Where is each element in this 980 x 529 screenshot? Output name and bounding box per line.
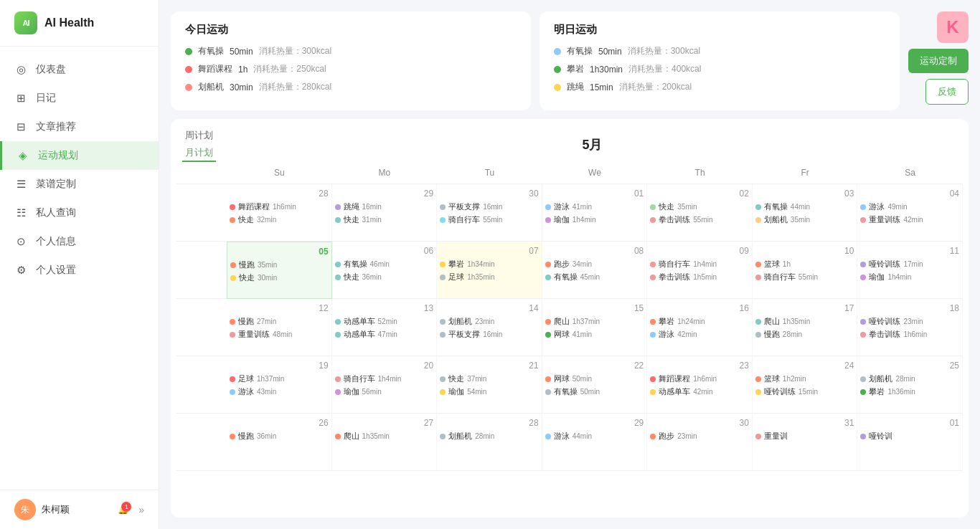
cell-23[interactable]: 23 舞蹈课程1h6min 动感单车42min	[647, 356, 753, 414]
tomorrow-calories-1: 消耗热量：300kcal	[628, 45, 700, 57]
sidebar-item-dashboard[interactable]: ◎ 仪表盘	[0, 55, 159, 84]
cell-12[interactable]: 12 慢跑27min 重量训练48min	[227, 299, 332, 356]
date-15: 15	[545, 303, 644, 313]
date-31: 31	[755, 418, 854, 428]
date-28: 28	[230, 189, 329, 199]
cell-06[interactable]: 06 有氧操46min 快走36min	[332, 242, 438, 299]
dot-25-2	[860, 389, 866, 395]
cell-22[interactable]: 22 网球50min 有氧操50min	[542, 356, 648, 414]
workout-01a-2: 瑜伽1h4min	[545, 214, 644, 225]
today-dot-3	[185, 84, 192, 91]
dot-04-1	[860, 204, 866, 210]
calendar-body[interactable]: Su Mo Tu We Th Fr Sa 28 舞蹈课程1h6min 快走32m…	[171, 162, 969, 518]
dot-21-1	[440, 376, 446, 382]
dot-29-2	[335, 217, 341, 223]
dot-02-2	[650, 217, 656, 223]
sidebar-item-query[interactable]: ☷ 私人查询	[0, 199, 159, 227]
workout-06-2: 快走36min	[335, 272, 434, 282]
cell-03[interactable]: 03 有氧操44min 划船机35min	[753, 184, 858, 242]
cell-30[interactable]: 30 平板支撑16min 骑自行车55min	[437, 184, 542, 242]
dot-28-2	[230, 217, 235, 223]
cell-05[interactable]: 05 慢跑35min 快走30min	[227, 242, 332, 299]
cell-08[interactable]: 08 跑步34min 有氧操45min	[542, 242, 648, 299]
cell-31[interactable]: 31 重量训	[753, 414, 858, 471]
date-24: 24	[755, 361, 854, 371]
date-14: 14	[440, 303, 539, 313]
cell-29b[interactable]: 29 游泳44min	[542, 414, 648, 471]
dot-30-2	[440, 217, 446, 223]
workout-05-1: 慢跑35min	[230, 259, 329, 270]
cell-24[interactable]: 24 篮球1h2min 哑铃训练15min	[753, 356, 858, 414]
cell-28b[interactable]: 28 划船机28min	[437, 414, 542, 471]
cell-01a[interactable]: 01 游泳41min 瑜伽1h4min	[542, 184, 648, 242]
calendar-section: 周计划 月计划 5月 Su Mo Tu We Th Fr Sa 28 舞蹈课程	[171, 119, 969, 518]
sidebar-item-settings[interactable]: ⚙ 个人设置	[0, 256, 159, 285]
cell-01b[interactable]: 01 哑铃训	[857, 414, 963, 471]
dot-24-1	[755, 376, 761, 382]
cell-29[interactable]: 29 跳绳16min 快走31min	[332, 184, 438, 242]
dot-18-1	[860, 319, 866, 325]
dot-07-1	[440, 262, 446, 267]
cell-25[interactable]: 25 划船机28min 攀岩1h36min	[857, 356, 963, 414]
main-content: 今日运动 有氧操 50min 消耗热量：300kcal 舞蹈课程 1h 消耗热量…	[159, 0, 980, 529]
workout-24-1: 篮球1h2min	[755, 373, 854, 384]
workout-09-1: 骑自行车1h4min	[650, 259, 749, 270]
cell-30b[interactable]: 30 跑步23min	[647, 414, 753, 471]
cell-20[interactable]: 20 骑自行车1h4min 瑜伽56min	[332, 356, 438, 414]
cell-15[interactable]: 15 爬山1h37min 网球41min	[542, 299, 648, 356]
workout-07-1: 攀岩1h34min	[440, 259, 539, 270]
workout-24-2: 哑铃训练15min	[755, 386, 854, 397]
feedback-button[interactable]: 反馈	[925, 79, 969, 105]
today-name-1: 有氧操	[198, 45, 224, 57]
sidebar-item-diary[interactable]: ⊞ 日记	[0, 84, 159, 113]
tomorrow-dot-3	[554, 84, 561, 91]
cell-07[interactable]: 07 攀岩1h34min 足球1h35min	[437, 242, 542, 299]
dot-28-1	[230, 204, 235, 210]
cell-26[interactable]: 26 慢跑36min	[227, 414, 332, 471]
date-09: 09	[650, 246, 749, 256]
date-05: 05	[230, 247, 329, 257]
workout-15-2: 网球41min	[545, 329, 644, 340]
tomorrow-duration-2: 1h30min	[590, 65, 623, 75]
today-duration-3: 30min	[230, 82, 253, 92]
sidebar-item-exercise[interactable]: ◈ 运动规划	[0, 141, 159, 170]
dot-06-1	[335, 262, 341, 267]
cell-21[interactable]: 21 快走37min 瑜伽54min	[437, 356, 542, 414]
cell-18[interactable]: 18 哑铃训练23min 拳击训练1h6min	[857, 299, 963, 356]
cell-11[interactable]: 11 哑铃训练17min 瑜伽1h4min	[857, 242, 963, 299]
workout-28-1: 舞蹈课程1h6min	[230, 201, 329, 212]
dot-22-1	[545, 376, 551, 382]
tomorrow-item-2: 攀岩 1h30min 消耗热量：400kcal	[554, 63, 885, 75]
workout-09-2: 拳击训练1h5min	[650, 272, 749, 282]
cell-19[interactable]: 19 足球1h37min 游泳43min	[227, 356, 332, 414]
cell-02[interactable]: 02 快走35min 拳击训练55min	[647, 184, 753, 242]
date-29: 29	[335, 189, 434, 199]
cell-09[interactable]: 09 骑自行车1h4min 拳击训练1h5min	[647, 242, 753, 299]
tomorrow-name-1: 有氧操	[567, 45, 593, 57]
cell-27[interactable]: 27 爬山1h35min	[332, 414, 438, 471]
cell-28[interactable]: 28 舞蹈课程1h6min 快走32min	[227, 184, 332, 242]
notification-button[interactable]: 🔔 1	[118, 505, 128, 515]
sidebar-item-profile[interactable]: ⊙ 个人信息	[0, 227, 159, 256]
top-row: 今日运动 有氧操 50min 消耗热量：300kcal 舞蹈课程 1h 消耗热量…	[171, 11, 969, 110]
sidebar-item-menu[interactable]: ☰ 菜谱定制	[0, 170, 159, 199]
cell-17[interactable]: 17 爬山1h35min 慢跑28min	[753, 299, 858, 356]
cell-10[interactable]: 10 篮球1h 骑自行车55min	[753, 242, 858, 299]
dot-14-2	[440, 332, 446, 338]
klarna-icon: K	[946, 17, 958, 37]
calendar-grid: Su Mo Tu We Th Fr Sa 28 舞蹈课程1h6min 快走32m…	[176, 162, 963, 471]
cell-14[interactable]: 14 划船机23min 平板支撑16min	[437, 299, 542, 356]
tomorrow-name-3: 跳绳	[567, 81, 584, 93]
tab-month-plan[interactable]: 月计划	[182, 145, 216, 162]
tab-week-plan[interactable]: 周计划	[182, 128, 216, 143]
workout-28b-1: 划船机28min	[440, 431, 539, 442]
sidebar-item-articles[interactable]: ⊟ 文章推荐	[0, 113, 159, 141]
cell-13[interactable]: 13 动感单车52min 动感单车47min	[332, 299, 438, 356]
cell-04[interactable]: 04 游泳49min 重量训练42min	[857, 184, 963, 242]
cell-16[interactable]: 16 攀岩1h24min 游泳42min	[647, 299, 753, 356]
week-2-label	[176, 242, 227, 299]
customize-button[interactable]: 运动定制	[908, 49, 969, 73]
workout-14-1: 划船机23min	[440, 316, 539, 327]
collapse-button[interactable]: »	[138, 504, 144, 515]
dot-20-2	[335, 389, 341, 395]
